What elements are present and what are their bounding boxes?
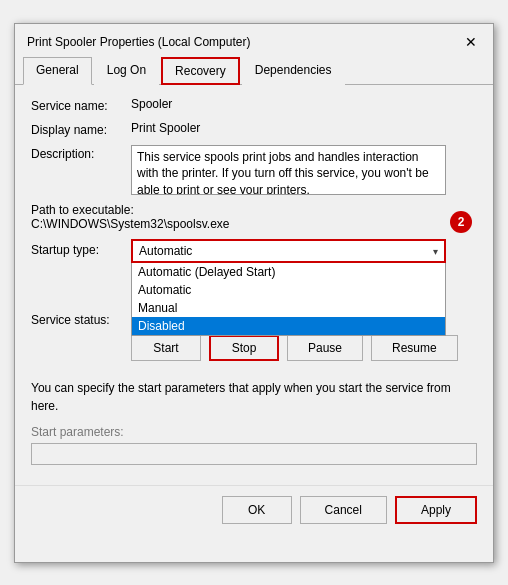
apply-button[interactable]: Apply [395,496,477,524]
info-text: You can specify the start parameters tha… [31,379,477,415]
start-param-label: Start parameters: [31,425,477,439]
startup-dropdown-container: 2 Automatic ▾ Automatic (Delayed Start) … [131,239,446,263]
ok-button[interactable]: OK [222,496,292,524]
startup-type-row: Startup type: 2 Automatic ▾ Automatic (D… [31,239,477,263]
tab-logon[interactable]: Log On [94,57,159,85]
display-name-row: Display name: Print Spooler [31,121,477,137]
dialog-window: Print Spooler Properties (Local Computer… [14,23,494,563]
pause-button[interactable]: Pause [287,335,363,361]
service-name-value: Spooler [131,97,172,111]
close-button[interactable]: ✕ [461,32,481,52]
service-status-label: Service status: [31,313,131,327]
dropdown-item-disabled[interactable]: Disabled [132,317,445,335]
path-row: Path to executable: C:\WINDOWS\System32\… [31,203,477,231]
resume-button[interactable]: Resume [371,335,458,361]
service-name-row: Service name: Spooler [31,97,477,113]
dropdown-list: Automatic (Delayed Start) Automatic Manu… [131,263,446,336]
dropdown-arrow-icon: ▾ [433,245,438,256]
startup-type-label: Startup type: [31,239,131,257]
tab-recovery[interactable]: Recovery [161,57,240,85]
service-control-buttons: Start Stop Pause Resume [31,335,477,361]
tab-general[interactable]: General [23,57,92,85]
cancel-button[interactable]: Cancel [300,496,387,524]
start-param-input[interactable] [31,443,477,465]
start-button[interactable]: Start [131,335,201,361]
title-bar: Print Spooler Properties (Local Computer… [15,24,493,56]
display-name-label: Display name: [31,121,131,137]
display-name-value: Print Spooler [131,121,200,135]
bottom-bar: OK Cancel Apply [15,485,493,536]
path-label: Path to executable: [31,203,134,217]
service-name-label: Service name: [31,97,131,113]
dropdown-item-manual[interactable]: Manual [132,299,445,317]
path-value: C:\WINDOWS\System32\spoolsv.exe [31,217,230,231]
content-area: Service name: Spooler Display name: Prin… [15,85,493,477]
dropdown-item-auto[interactable]: Automatic [132,281,445,299]
badge-2: 2 [450,211,472,233]
dialog-title: Print Spooler Properties (Local Computer… [27,35,250,49]
description-value: This service spools print jobs and handl… [131,145,446,195]
startup-type-dropdown[interactable]: Automatic ▾ [131,239,446,263]
description-row: Description: This service spools print j… [31,145,477,195]
dropdown-item-auto-delayed[interactable]: Automatic (Delayed Start) [132,263,445,281]
tab-dependencies[interactable]: Dependencies [242,57,345,85]
tab-bar: General Log On Recovery Dependencies [15,56,493,85]
stop-button[interactable]: Stop [209,335,279,361]
description-label: Description: [31,145,131,161]
